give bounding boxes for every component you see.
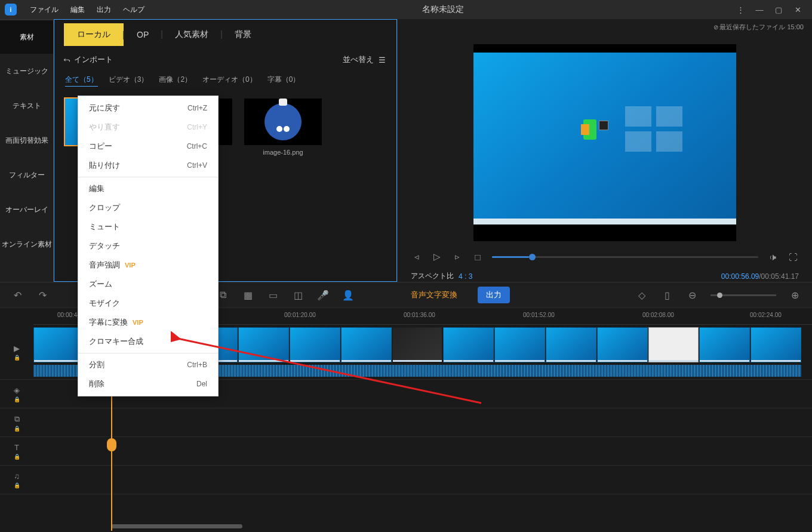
ctx-split[interactable]: 分割Ctrl+B — [78, 355, 218, 374]
text-track-head[interactable]: T🔒 — [0, 437, 33, 466]
lock-icon[interactable]: 🔒 — [14, 355, 20, 361]
sidebar-item-transition[interactable]: 画面切替効果 — [0, 123, 53, 158]
sidebar-item-overlay[interactable]: オーバーレイ — [0, 192, 53, 227]
maximize-icon[interactable]: ▢ — [774, 5, 783, 14]
video-track-icon: ▶ — [14, 344, 20, 353]
preview-panel: 最近保存したファイル 15:00 ◃ ▷ ▹ □ 🕩 ⛶ アスペクト比 4 : … — [397, 19, 812, 282]
lock-icon[interactable]: 🔒 — [14, 454, 20, 460]
mic-icon[interactable]: 🎤 — [316, 288, 330, 302]
time-total: 00:05:41.17 — [761, 272, 799, 281]
media-tab-popular[interactable]: 人気素材 — [162, 23, 222, 46]
filter-subtitle[interactable]: 字幕（0） — [267, 75, 300, 87]
ctx-paste[interactable]: 貼り付けCtrl+V — [78, 156, 218, 175]
pip-icon: ⧉ — [14, 414, 20, 424]
text-track[interactable]: T🔒 — [0, 437, 812, 466]
progress-bar[interactable] — [492, 256, 758, 258]
windows-logo-icon — [625, 106, 682, 152]
ctx-crop[interactable]: クロップ — [78, 198, 218, 217]
filter-all[interactable]: 全て（5） — [65, 75, 98, 87]
music-icon: ♫ — [14, 472, 20, 481]
sort-icon[interactable]: ☰ — [379, 56, 386, 64]
text-icon: T — [14, 443, 19, 452]
sidebar-item-text[interactable]: テキスト — [0, 88, 53, 123]
video-track-head[interactable]: ▶ 🔒 — [0, 325, 33, 380]
pip-track-head[interactable]: ⧉🔒 — [0, 408, 33, 437]
menu-edit[interactable]: 編集 — [64, 5, 91, 15]
filter-audio[interactable]: オーディオ（0） — [202, 75, 257, 87]
ctx-copy[interactable]: コピーCtrl+C — [78, 137, 218, 156]
sidebar-item-music[interactable]: ミュージック — [0, 54, 53, 88]
pip-track[interactable]: ⧉🔒 — [0, 408, 812, 437]
time-label: 00:01:52.00 — [523, 312, 555, 318]
preview-video — [473, 44, 736, 241]
aspect-label: アスペクト比 — [411, 271, 454, 281]
thumb-label: image-16.png — [244, 149, 322, 156]
next-button[interactable]: ▹ — [451, 251, 463, 263]
prev-button[interactable]: ◃ — [411, 251, 423, 263]
lock-icon[interactable]: 🔒 — [14, 426, 20, 432]
zoom-in-icon[interactable]: ⊕ — [788, 288, 801, 302]
time-label: 00:01:36.00 — [404, 312, 435, 318]
aspect-value[interactable]: 4 : 3 — [459, 272, 472, 281]
export-button[interactable]: 出力 — [478, 287, 510, 303]
sidebar-item-filter[interactable]: フィルター — [0, 158, 53, 192]
thumb-image — [244, 99, 322, 145]
ctx-delete[interactable]: 削除Del — [78, 374, 218, 393]
volume-icon[interactable]: 🕩 — [767, 251, 779, 263]
music-track[interactable]: ♫🔒 — [0, 466, 812, 494]
sidebar-item-online[interactable]: オンライン素材 — [0, 227, 53, 262]
time-label: 00:01:20.00 — [284, 312, 316, 318]
time-label: 00:02:24.00 — [750, 312, 782, 318]
ctx-to-subtitle[interactable]: 字幕に変換VIP — [78, 313, 218, 332]
media-tab-local[interactable]: ローカル — [64, 23, 124, 46]
ctx-undo[interactable]: 元に戻すCtrl+Z — [78, 99, 218, 118]
overlay-track-head[interactable]: ◈🔒 — [0, 380, 33, 408]
ctx-zoom[interactable]: ズーム — [78, 275, 218, 294]
ctx-chromakey[interactable]: クロマキー合成 — [78, 332, 218, 351]
media-tab-background[interactable]: 背景 — [222, 23, 264, 46]
ctx-edit[interactable]: 編集 — [78, 179, 218, 198]
ctx-mosaic[interactable]: モザイク — [78, 294, 218, 313]
import-icon: ⤴ — [63, 58, 72, 62]
menu-file[interactable]: ファイル — [24, 5, 64, 15]
menu-output[interactable]: 出力 — [91, 5, 117, 15]
app-logo-icon: i — [5, 4, 17, 16]
close-icon[interactable]: ✕ — [793, 5, 802, 14]
music-track-head[interactable]: ♫🔒 — [0, 466, 33, 494]
redo-icon[interactable]: ↷ — [36, 288, 49, 302]
save-status: 最近保存したファイル 15:00 — [713, 23, 804, 32]
lock-icon[interactable]: 🔒 — [14, 482, 20, 488]
stop-button[interactable]: □ — [472, 251, 484, 263]
rect-icon[interactable]: ▭ — [266, 288, 279, 302]
minimize-icon[interactable]: — — [755, 5, 764, 14]
play-button[interactable]: ▷ — [431, 251, 443, 263]
ctx-mute[interactable]: ミュート — [78, 217, 218, 236]
more-icon[interactable]: ⋮ — [736, 5, 745, 14]
ctx-detach[interactable]: デタッチ — [78, 236, 218, 256]
sidebar-item-media[interactable]: 素材 — [0, 19, 53, 54]
menu-help[interactable]: ヘルプ — [117, 5, 150, 15]
sort-button[interactable]: 並べ替え — [343, 54, 374, 65]
filter-video[interactable]: ビデオ（3） — [109, 75, 149, 87]
import-button[interactable]: インポート — [74, 54, 113, 65]
media-tab-op[interactable]: OP — [124, 24, 162, 45]
fullscreen-icon[interactable]: ⛶ — [787, 251, 799, 263]
grid-icon[interactable]: ▦ — [241, 288, 254, 302]
overlay-icon: ◈ — [14, 386, 20, 395]
preview-content — [581, 118, 614, 142]
lock-icon[interactable]: 🔒 — [14, 396, 20, 402]
horizontal-scrollbar[interactable] — [111, 524, 242, 528]
ctx-voice-enhance[interactable]: 音声強調VIP — [78, 256, 218, 275]
filter-image[interactable]: 画像（2） — [159, 75, 192, 87]
zoom-slider[interactable] — [710, 294, 776, 296]
person-icon[interactable]: 👤 — [342, 288, 355, 302]
speech-to-text-button[interactable]: 音声文字変換 — [402, 287, 466, 303]
clip-icon[interactable]: ▯ — [660, 288, 673, 302]
marker-icon[interactable]: ◇ — [635, 288, 648, 302]
compare-icon[interactable]: ◫ — [291, 288, 304, 302]
titlebar: i ファイル 編集 出力 ヘルプ 名称未設定 ⋮ — ▢ ✕ — [0, 0, 812, 19]
media-thumb[interactable]: image-16.png — [244, 99, 322, 156]
undo-icon[interactable]: ↶ — [11, 288, 24, 302]
time-current: 00:00:56.09 — [721, 272, 759, 281]
zoom-out-icon[interactable]: ⊖ — [685, 288, 699, 302]
